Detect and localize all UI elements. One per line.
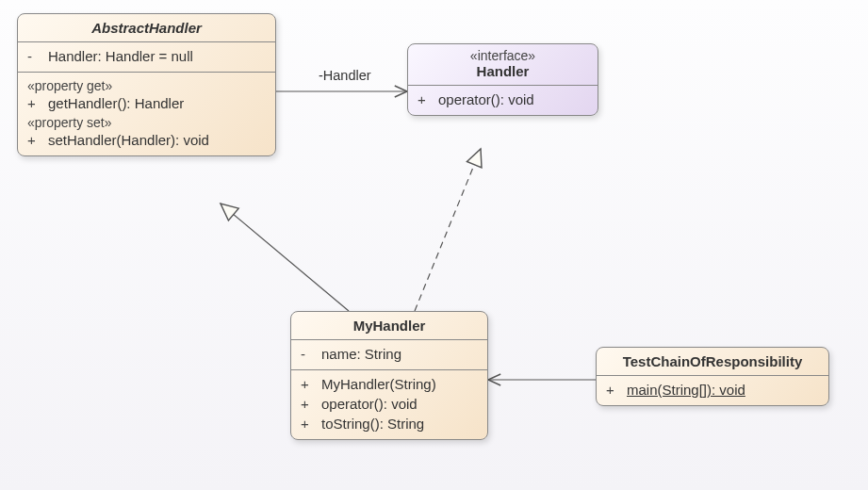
operation-text: main(String[]): void	[627, 382, 745, 398]
operation-text: setHandler(Handler): void	[48, 132, 209, 148]
class-title: AbstractHandler	[18, 14, 275, 41]
operation-row: + MyHandler(String)	[301, 374, 478, 394]
gen-myhandler-abstracthandler	[221, 204, 349, 311]
operation-text: operator(): void	[438, 91, 534, 107]
visibility: +	[301, 416, 314, 432]
class-title: MyHandler	[291, 312, 487, 339]
class-title: TestChainOfResponsibility	[597, 348, 828, 375]
stereotype-set: «property set»	[27, 113, 266, 130]
visibility: -	[301, 346, 314, 362]
class-abstracthandler: AbstractHandler - Handler: Handler = nul…	[17, 13, 276, 156]
attributes-section: - Handler: Handler = null	[18, 41, 275, 72]
stereotype-get: «property get»	[27, 76, 266, 93]
operation-text: getHandler(): Handler	[48, 95, 184, 111]
visibility: +	[301, 396, 314, 412]
visibility: +	[27, 95, 41, 111]
assoc-label-handler: -Handler	[319, 68, 371, 83]
attribute-text: Handler: Handler = null	[48, 48, 193, 64]
attributes-section: - name: String	[291, 339, 487, 369]
class-testchainofresponsibility: TestChainOfResponsibility + main(String[…	[596, 347, 829, 406]
visibility: +	[418, 91, 431, 107]
attribute-text: name: String	[321, 346, 401, 362]
operations-section: «property get» + getHandler(): Handler «…	[18, 72, 275, 155]
class-title: Handler	[408, 63, 598, 85]
real-myhandler-handler	[415, 149, 481, 311]
operation-text: operator(): void	[321, 396, 418, 412]
stereotype: «interface»	[408, 44, 598, 63]
operation-row: + setHandler(Handler): void	[27, 130, 266, 150]
visibility: -	[27, 48, 41, 64]
attribute-row: - Handler: Handler = null	[27, 46, 266, 66]
visibility: +	[27, 132, 41, 148]
operation-row: + getHandler(): Handler	[27, 93, 266, 113]
interface-handler: «interface» Handler + operator(): void	[407, 43, 598, 116]
visibility: +	[301, 376, 314, 392]
operation-text: MyHandler(String)	[321, 376, 436, 392]
operation-row: + operator(): void	[301, 394, 478, 414]
operations-section: + operator(): void	[408, 85, 598, 115]
operations-section: + main(String[]): void	[597, 375, 828, 405]
operation-row: + operator(): void	[418, 90, 588, 109]
operation-row: + main(String[]): void	[606, 380, 819, 400]
attribute-row: - name: String	[301, 344, 478, 364]
operation-text: toString(): String	[321, 416, 424, 432]
class-myhandler: MyHandler - name: String + MyHandler(Str…	[290, 311, 488, 440]
operations-section: + MyHandler(String) + operator(): void +…	[291, 369, 487, 439]
visibility: +	[606, 382, 619, 398]
operation-row: + toString(): String	[301, 414, 478, 433]
